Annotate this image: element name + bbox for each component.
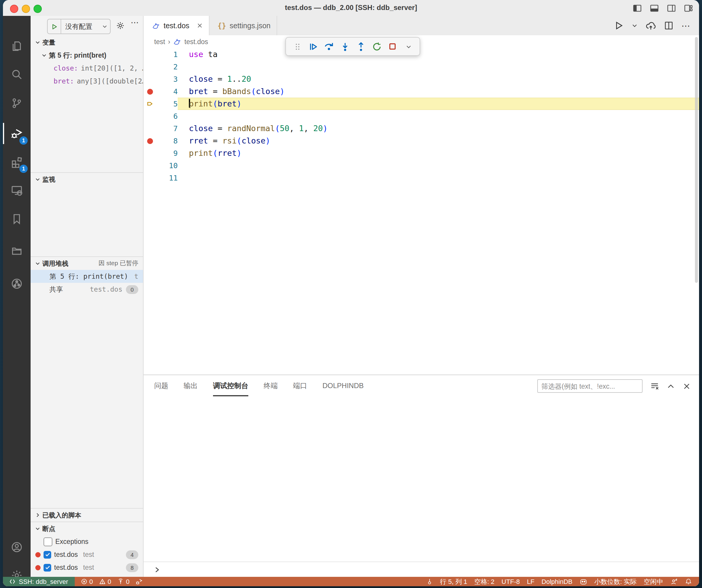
panel-tab-终端[interactable]: 终端	[264, 375, 278, 396]
code-line-10[interactable]: 10	[144, 159, 699, 172]
step-out-icon[interactable]	[355, 40, 367, 52]
gutter-margin[interactable]	[144, 147, 156, 159]
variables-header[interactable]: 变量	[31, 36, 143, 49]
activity-item-bookmarks[interactable]	[3, 204, 31, 233]
status-item[interactable]: LF	[527, 578, 535, 585]
activity-item-source-control[interactable]	[3, 89, 31, 117]
breakpoint-checkbox[interactable]	[43, 564, 51, 571]
breakpoint-dot-icon[interactable]	[144, 135, 156, 147]
stop-icon[interactable]	[386, 40, 398, 52]
breakpoint-checkbox[interactable]	[43, 537, 52, 546]
cloud-upload-icon[interactable]	[646, 20, 656, 31]
gutter-margin[interactable]	[144, 60, 156, 73]
breadcrumb[interactable]: test›test.dos	[144, 35, 699, 48]
code-line-1[interactable]: 1use ta	[144, 48, 699, 60]
panel-tab-输出[interactable]: 输出	[184, 375, 198, 396]
variables-scope-row[interactable]: 第 5 行: print(bret)	[31, 49, 143, 62]
close-tab-icon[interactable]	[197, 22, 203, 29]
code-line-2[interactable]: 2	[144, 60, 699, 73]
chevron-down-icon[interactable]	[402, 40, 414, 52]
start-debug-icon[interactable]	[48, 19, 61, 33]
gutter-margin[interactable]	[144, 122, 156, 135]
gutter-margin[interactable]	[144, 48, 156, 60]
status-bell-icon[interactable]	[685, 578, 692, 585]
code-line-3[interactable]: 3close = 1..20	[144, 73, 699, 85]
gutter-margin[interactable]	[144, 159, 156, 172]
status-broadcast-icon[interactable]: 0	[117, 578, 129, 585]
gutter-margin[interactable]	[144, 73, 156, 85]
code-line-5[interactable]: 5print(bret)	[144, 98, 699, 110]
more-actions-icon[interactable]: ⋯	[131, 18, 139, 27]
status-item[interactable]: 小数位数: 实际	[594, 577, 637, 586]
continue-icon[interactable]	[307, 40, 319, 52]
debug-current-line-arrow-icon[interactable]	[144, 98, 156, 110]
call-stack-frame[interactable]: 共享test.dos0	[31, 283, 143, 296]
status-feedback-icon[interactable]	[670, 578, 678, 585]
layout-sidebar-right-icon[interactable]	[666, 3, 676, 13]
watch-header[interactable]: 监视	[31, 173, 143, 186]
panel-tab-DOLPHINDB[interactable]: DOLPHINDB	[323, 375, 364, 396]
debug-console-input[interactable]	[144, 562, 699, 577]
launch-config-dropdown[interactable]: 没有配置	[47, 19, 111, 34]
gutter-margin[interactable]	[144, 172, 156, 184]
status-item[interactable]: DolphinDB	[542, 578, 573, 585]
breakpoint-dot-icon[interactable]	[144, 85, 156, 98]
status-item[interactable]: 空格: 2	[474, 577, 494, 586]
status-smiley-icon[interactable]	[580, 578, 587, 585]
activity-item-remote-explorer[interactable]	[3, 176, 31, 204]
call-stack-frame[interactable]: 第 5 行: print(bret)t	[31, 270, 143, 283]
status-item[interactable]: 行 5, 列 1	[440, 577, 467, 586]
breakpoint-row[interactable]: test.dostest4	[31, 548, 143, 561]
status-debug-status-icon[interactable]	[135, 578, 143, 585]
activity-item-explorer[interactable]	[3, 32, 31, 60]
activity-item-project-manager[interactable]	[3, 237, 31, 265]
status-item[interactable]: 空闲中	[644, 577, 663, 586]
code-line-8[interactable]: 8rret = rsi(close)	[144, 135, 699, 147]
restart-icon[interactable]	[371, 40, 382, 52]
code-line-7[interactable]: 7close = randNormal(50, 1, 20)	[144, 122, 699, 135]
code-line-6[interactable]: 6	[144, 110, 699, 122]
breakpoints-header[interactable]: 断点	[31, 522, 143, 535]
breadcrumb-item[interactable]: test	[154, 38, 165, 45]
panel-tab-调试控制台[interactable]: 调试控制台	[213, 375, 248, 396]
activity-item-account[interactable]	[3, 533, 31, 561]
remote-indicator[interactable]: SSH: ddb_server	[3, 577, 75, 586]
layout-sidebar-icon[interactable]	[632, 3, 642, 13]
breakpoint-row[interactable]: Exceptions	[31, 535, 143, 548]
run-icon[interactable]	[614, 21, 624, 31]
layout-customize-icon[interactable]	[683, 3, 693, 13]
gutter-margin[interactable]	[144, 110, 156, 122]
chevron-down-icon[interactable]	[631, 22, 638, 29]
clear-console-icon[interactable]	[650, 382, 659, 391]
call-stack-header[interactable]: 调用堆栈 因 step 已暂停	[31, 257, 143, 270]
split-editor-icon[interactable]	[664, 21, 674, 31]
code-line-4[interactable]: 4bret = bBands(close)	[144, 85, 699, 98]
panel-tab-问题[interactable]: 问题	[154, 375, 168, 396]
loaded-scripts-header[interactable]: 已载入的脚本	[31, 508, 143, 522]
close-panel-icon[interactable]	[683, 382, 691, 390]
code-line-9[interactable]: 9print(rret)	[144, 147, 699, 159]
code-editor[interactable]: 1use ta23close = 1..204bret = bBands(clo…	[144, 48, 699, 375]
step-into-icon[interactable]	[339, 40, 351, 52]
variable-row[interactable]: close:int[20]([1, 2, …	[31, 62, 143, 75]
tab-settings-json[interactable]: {}settings.json	[210, 16, 277, 35]
step-over-icon[interactable]	[323, 40, 335, 52]
more-icon[interactable]: ⋯	[681, 20, 691, 31]
code-line-11[interactable]: 11	[144, 172, 699, 184]
variable-row[interactable]: bret:any[3]([double[2…	[31, 75, 143, 88]
activity-item-run-and-debug[interactable]: 1	[3, 119, 31, 148]
console-filter-input[interactable]	[537, 379, 642, 393]
breadcrumb-item[interactable]: test.dos	[185, 38, 208, 45]
editor-scrollbar[interactable]	[695, 37, 698, 283]
maximize-panel-icon[interactable]	[667, 382, 675, 390]
status-warning-icon[interactable]: 0	[99, 578, 111, 585]
activity-item-dolphindb[interactable]	[3, 269, 31, 298]
breakpoint-checkbox[interactable]	[43, 551, 51, 558]
activity-item-search[interactable]	[3, 60, 31, 88]
layout-panel-icon[interactable]	[649, 3, 659, 13]
panel-tab-端口[interactable]: 端口	[293, 375, 307, 396]
gear-icon[interactable]	[116, 21, 125, 30]
status-item[interactable]: UTF-8	[502, 578, 520, 585]
breakpoint-row[interactable]: test.dostest8	[31, 561, 143, 574]
status-cursor-indicator-icon[interactable]	[426, 578, 433, 585]
